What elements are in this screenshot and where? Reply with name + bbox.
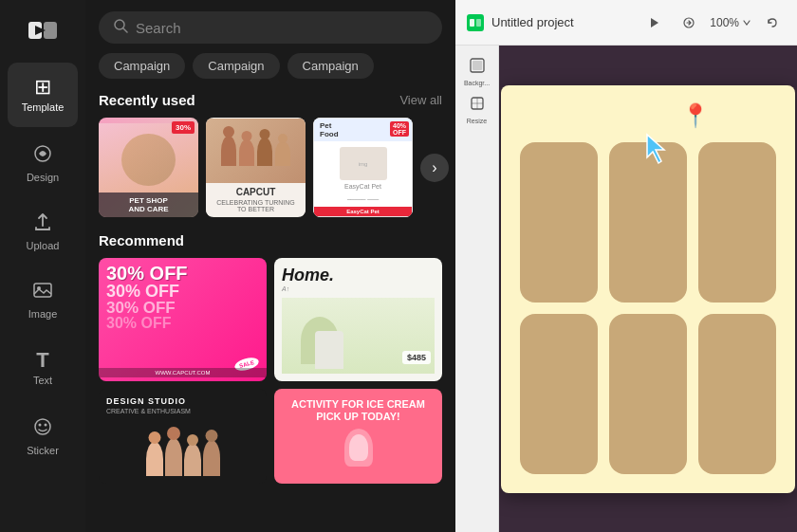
topbar-logo	[467, 14, 484, 31]
right-toolbar: Backgr... Resize	[455, 46, 499, 532]
canvas-content: 📍	[499, 46, 797, 532]
grid-cell-2	[609, 142, 687, 303]
sidebar-item-design[interactable]: Design	[8, 131, 78, 195]
recent-thumb-capcut[interactable]: CAPCUT CELEBRATING TURNING TO BETTER	[206, 118, 306, 217]
recently-used-row: 30% PET SHOPAND CARE	[99, 118, 442, 217]
grid-cell-4	[520, 314, 598, 474]
sidebar: ⊞ Template Design Upload Ima	[0, 0, 85, 532]
undo-button[interactable]	[759, 9, 786, 36]
sidebar-item-upload[interactable]: Upload	[8, 199, 78, 264]
svg-rect-10	[476, 19, 481, 27]
petshop-text: PET SHOPAND CARE	[99, 193, 198, 217]
petfood-content: img EasyCat Pet_____ ___	[314, 141, 412, 207]
background-button[interactable]: Backgr...	[461, 55, 493, 87]
petshop-badge: 30%	[172, 121, 195, 134]
search-icon	[114, 19, 128, 36]
pin-icon: 📍	[681, 102, 710, 129]
sticker-icon	[32, 416, 53, 441]
play-button[interactable]	[641, 9, 668, 36]
share-button[interactable]	[676, 9, 702, 36]
petfood-footer: EasyCat Pet	[314, 207, 412, 216]
sidebar-item-label-sticker: Sticker	[27, 445, 59, 456]
sidebar-logo	[22, 9, 64, 51]
grid-cell-1	[520, 142, 598, 303]
template-panel: Search Campaign Campaign Campaign Recent…	[85, 0, 455, 532]
svg-point-6	[39, 424, 42, 427]
svg-rect-3	[34, 284, 51, 297]
search-input-wrap[interactable]: Search	[99, 11, 442, 44]
topbar-actions: 100%	[641, 9, 786, 36]
sale-url: WWW.CAPCUT.COM	[99, 368, 267, 377]
sidebar-item-template[interactable]: ⊞ Template	[8, 63, 78, 127]
design-canvas: 📍	[501, 85, 795, 493]
recommend-title: Recommend	[99, 232, 184, 248]
grid-cell-5	[609, 314, 687, 474]
topbar: Untitled project 100%	[455, 0, 797, 46]
image-icon	[32, 280, 53, 304]
sidebar-item-label-design: Design	[27, 172, 59, 183]
rec-thumb-sale[interactable]: 30% OFF 30% OFF 30% OFF 30% OFF SALE WWW…	[99, 258, 267, 381]
recent-thumb-petfood[interactable]: PetFood 40%OFF img EasyCat Pet_____ ___ …	[313, 118, 413, 217]
design-icon	[32, 143, 53, 168]
filter-tabs: Campaign Campaign Campaign	[85, 53, 455, 88]
petfood-badge: 40%OFF	[390, 121, 409, 137]
capcut-sub: CELEBRATING TURNING TO BETTER	[212, 199, 300, 212]
canvas-area: Untitled project 100%	[455, 0, 797, 532]
resize-label: Resize	[467, 118, 487, 124]
svg-marker-11	[651, 18, 658, 28]
text-icon: T	[36, 350, 48, 371]
svg-rect-9	[470, 19, 474, 27]
upload-icon	[32, 211, 53, 236]
sidebar-item-label-text: Text	[33, 375, 52, 386]
capcut-text: CAPCUT	[212, 187, 300, 197]
resize-button[interactable]: Resize	[461, 93, 493, 125]
filter-tab-2[interactable]: Campaign	[287, 53, 374, 79]
rec-thumb-home[interactable]: Home. A↑ $485	[274, 258, 442, 381]
sidebar-item-text[interactable]: T Text	[8, 336, 78, 400]
grid-cell-6	[698, 314, 776, 474]
sale-text: 30% OFF	[106, 264, 188, 283]
sidebar-item-label-image: Image	[28, 308, 58, 320]
view-all-link[interactable]: View all	[399, 93, 442, 107]
next-arrow-button[interactable]: ›	[420, 154, 449, 182]
svg-point-5	[35, 419, 50, 434]
template-icon: ⊞	[34, 77, 51, 98]
sidebar-item-label-template: Template	[22, 101, 65, 113]
recently-used-header: Recently used View all	[99, 92, 442, 108]
studio-title: DESIGN STUDIO	[106, 396, 186, 406]
zoom-control[interactable]: 100%	[710, 16, 751, 29]
recommend-header: Recommend	[99, 232, 442, 248]
filter-tab-0[interactable]: Campaign	[99, 53, 185, 79]
svg-point-7	[45, 424, 47, 427]
filter-tab-1[interactable]: Campaign	[193, 53, 279, 79]
rec-thumb-icecream[interactable]: ACTIVITY FOR ICE CREAMPICK UP TODAY!	[274, 389, 442, 484]
home-title: Home.	[282, 266, 334, 285]
sidebar-item-label-upload: Upload	[27, 240, 60, 251]
search-bar: Search	[85, 0, 455, 53]
sidebar-item-image[interactable]: Image	[8, 267, 78, 332]
recent-thumb-petshop[interactable]: 30% PET SHOPAND CARE	[99, 118, 198, 217]
home-price: $485	[402, 351, 431, 364]
sidebar-item-sticker[interactable]: Sticker	[8, 404, 78, 468]
recommend-grid: 30% OFF 30% OFF 30% OFF 30% OFF SALE WWW…	[99, 258, 442, 484]
background-label: Backgr...	[464, 80, 490, 86]
studio-sub: CREATIVE & ENTHUSIASM	[106, 408, 191, 414]
topbar-title: Untitled project	[491, 15, 634, 29]
svg-rect-1	[44, 22, 57, 39]
canvas-grid	[520, 142, 776, 474]
search-input[interactable]: Search	[136, 20, 181, 36]
canvas-main: Backgr... Resize 📍	[455, 46, 797, 532]
panel-content: Recently used View all 30% PET SHOPAND C…	[85, 88, 455, 532]
background-icon	[469, 57, 486, 78]
grid-cell-3	[698, 142, 776, 303]
home-subtitle: A↑	[282, 285, 289, 292]
recently-used-title: Recently used	[99, 92, 195, 108]
rec-thumb-studio[interactable]: DESIGN STUDIO CREATIVE & ENTHUSIASM	[99, 389, 267, 484]
resize-icon	[469, 95, 486, 116]
svg-rect-14	[473, 61, 482, 70]
icecream-title: ACTIVITY FOR ICE CREAMPICK UP TODAY!	[291, 398, 425, 423]
zoom-value: 100%	[710, 16, 739, 29]
studio-people	[106, 414, 259, 476]
